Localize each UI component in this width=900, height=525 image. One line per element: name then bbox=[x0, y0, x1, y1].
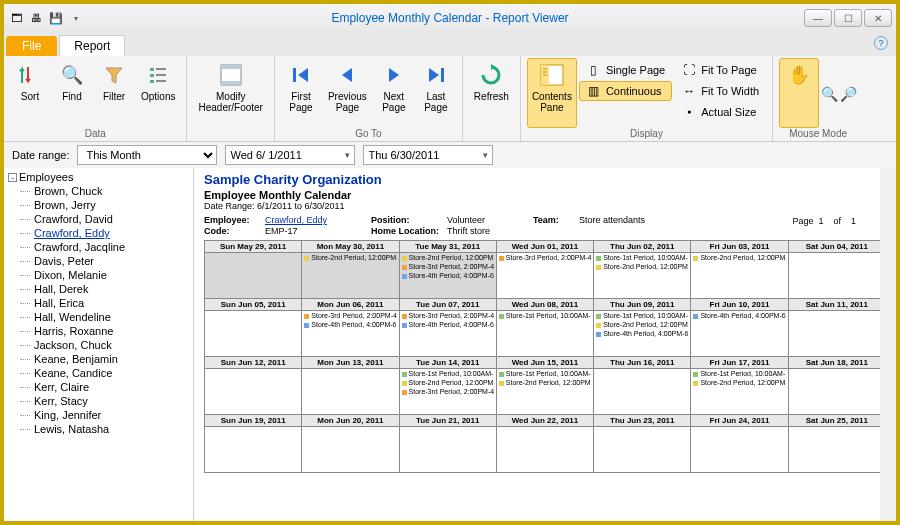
calendar-cell[interactable]: Store-1st Period, 10:00AM-12:00PM, Thrif… bbox=[496, 311, 593, 357]
tree-item[interactable]: Hall, Erica bbox=[6, 296, 191, 310]
tree-item[interactable]: Crawford, Eddy bbox=[6, 226, 191, 240]
print-icon[interactable]: 🖶 bbox=[28, 10, 44, 26]
tree-item[interactable]: Hall, Derek bbox=[6, 282, 191, 296]
calendar-cell[interactable]: Store-1st Period, 10:00AM-12:00PM, Thrif… bbox=[691, 369, 788, 415]
fit-page-icon: ⛶ bbox=[681, 62, 697, 78]
tree-item[interactable]: Brown, Chuck bbox=[6, 184, 191, 198]
calendar-cell[interactable] bbox=[788, 253, 885, 299]
calendar-cell[interactable]: Store-3rd Period, 2:00PM-4:00PM, Thrift … bbox=[302, 311, 399, 357]
find-button[interactable]: 🔍Find bbox=[52, 58, 92, 128]
calendar-cell[interactable] bbox=[205, 311, 302, 357]
group-refresh: Refresh bbox=[463, 56, 521, 141]
find-icon: 🔍 bbox=[58, 61, 86, 89]
svg-rect-10 bbox=[441, 68, 444, 82]
tree-item[interactable]: Kerr, Claire bbox=[6, 380, 191, 394]
refresh-button[interactable]: Refresh bbox=[469, 58, 514, 128]
save-icon[interactable]: 💾 bbox=[48, 10, 64, 26]
chevron-down-icon[interactable]: ▾ bbox=[483, 150, 488, 160]
zoom-out-icon[interactable]: 🔎 bbox=[840, 86, 857, 102]
calendar-cell[interactable] bbox=[205, 253, 302, 299]
calendar-cell[interactable] bbox=[594, 369, 691, 415]
calendar-cell[interactable]: Store-1st Period, 10:00AM-12:00PM, Thrif… bbox=[594, 311, 691, 357]
calendar-cell[interactable] bbox=[205, 369, 302, 415]
vertical-scrollbar[interactable] bbox=[880, 168, 896, 521]
tree-item[interactable]: Hall, Wendeline bbox=[6, 310, 191, 324]
calendar-cell[interactable] bbox=[788, 311, 885, 357]
next-page-button[interactable]: Next Page bbox=[374, 58, 414, 128]
calendar-cell[interactable] bbox=[788, 427, 885, 473]
tree-item[interactable]: Crawford, David bbox=[6, 212, 191, 226]
calendar-day-header: Thu Jun 02, 2011 bbox=[594, 241, 691, 253]
modify-header-footer-button[interactable]: Modify Header/Footer bbox=[193, 58, 267, 128]
calendar-cell[interactable]: Store-1st Period, 10:00AM-12:00PM, Thrif… bbox=[399, 369, 496, 415]
calendar-cell[interactable] bbox=[691, 427, 788, 473]
tree-item[interactable]: Kerr, Stacy bbox=[6, 394, 191, 408]
tree-item[interactable]: Keane, Candice bbox=[6, 366, 191, 380]
tree-item[interactable]: King, Jennifer bbox=[6, 408, 191, 422]
fit-to-width-button[interactable]: ↔Fit To Width bbox=[674, 81, 766, 101]
calendar-cell[interactable]: Store-4th Period, 4:00PM-6:00PM, Thrift … bbox=[691, 311, 788, 357]
first-page-button[interactable]: First Page bbox=[281, 58, 321, 128]
calendar-cell[interactable]: Store-3rd Period, 2:00PM-4:00PM, Thrift … bbox=[496, 253, 593, 299]
calendar-cell[interactable] bbox=[496, 427, 593, 473]
zoom-in-icon[interactable]: 🔍 bbox=[821, 86, 838, 102]
actual-size-button[interactable]: ⦁Actual Size bbox=[674, 102, 766, 122]
fit-to-page-button[interactable]: ⛶Fit To Page bbox=[674, 60, 766, 80]
calendar-cell[interactable]: Store-3rd Period, 2:00PM-4:00PM, Thrift … bbox=[399, 311, 496, 357]
calendar-cell[interactable] bbox=[302, 369, 399, 415]
ribbon: Sort 🔍Find Filter Options Data Modify He… bbox=[4, 56, 896, 142]
minimize-button[interactable]: — bbox=[804, 9, 832, 27]
tree-item[interactable]: Harris, Roxanne bbox=[6, 324, 191, 338]
last-page-button[interactable]: Last Page bbox=[416, 58, 456, 128]
calendar-cell[interactable]: Store-1st Period, 10:00AM-12:00PM, Thrif… bbox=[594, 253, 691, 299]
calendar-cell[interactable]: Store-2nd Period, 12:00PM-2:00PM, Thrift… bbox=[399, 253, 496, 299]
contents-pane-button[interactable]: Contents Pane bbox=[527, 58, 577, 128]
window-title: Employee Monthly Calendar - Report Viewe… bbox=[4, 11, 896, 25]
tree-item[interactable]: Dixon, Melanie bbox=[6, 268, 191, 282]
tree-item[interactable]: Keane, Benjamin bbox=[6, 352, 191, 366]
tree-item[interactable]: Lewis, Natasha bbox=[6, 422, 191, 436]
calendar-cell[interactable]: Store-1st Period, 10:00AM-12:00PM, Thrif… bbox=[496, 369, 593, 415]
qat-dropdown-icon[interactable]: ▾ bbox=[68, 10, 84, 26]
app-icon[interactable]: 🗔 bbox=[8, 10, 24, 26]
tab-report[interactable]: Report bbox=[59, 35, 125, 56]
chevron-down-icon[interactable]: ▾ bbox=[345, 150, 350, 160]
options-button[interactable]: Options bbox=[136, 58, 180, 128]
calendar-cell[interactable]: Store-2nd Period, 12:00PM-2:00PM, Thrift… bbox=[691, 253, 788, 299]
calendar-day-header: Thu Jun 23, 2011 bbox=[594, 415, 691, 427]
sort-button[interactable]: Sort bbox=[10, 58, 50, 128]
calendar-day-header: Sat Jun 04, 2011 bbox=[788, 241, 885, 253]
date-from-input[interactable]: Wed 6/ 1/2011▾ bbox=[225, 145, 355, 165]
maximize-button[interactable]: ☐ bbox=[834, 9, 862, 27]
continuous-icon: ▥ bbox=[586, 83, 602, 99]
employee-link[interactable]: Crawford, Eddy bbox=[265, 215, 365, 225]
calendar-day-header: Sun May 29, 2011 bbox=[205, 241, 302, 253]
tree-root-employees[interactable]: -Employees bbox=[6, 170, 191, 184]
calendar-cell[interactable] bbox=[594, 427, 691, 473]
calendar-cell[interactable]: Store-2nd Period, 12:00PM-2:00PM, Thrift… bbox=[302, 253, 399, 299]
help-icon[interactable]: ? bbox=[874, 36, 888, 50]
single-page-button[interactable]: ▯Single Page bbox=[579, 60, 672, 80]
calendar-cell[interactable] bbox=[399, 427, 496, 473]
filter-button[interactable]: Filter bbox=[94, 58, 134, 128]
calendar-cell[interactable] bbox=[788, 369, 885, 415]
close-button[interactable]: ✕ bbox=[864, 9, 892, 27]
collapse-icon[interactable]: - bbox=[8, 173, 17, 182]
calendar-cell[interactable] bbox=[205, 427, 302, 473]
date-to-input[interactable]: Thu 6/30/2011▾ bbox=[363, 145, 493, 165]
window-controls: — ☐ ✕ bbox=[804, 9, 892, 27]
previous-page-button[interactable]: Previous Page bbox=[323, 58, 372, 128]
calendar-cell[interactable] bbox=[302, 427, 399, 473]
continuous-button[interactable]: ▥Continuous bbox=[579, 81, 672, 101]
tree-item[interactable]: Jackson, Chuck bbox=[6, 338, 191, 352]
tree-item[interactable]: Crawford, Jacqline bbox=[6, 240, 191, 254]
options-icon bbox=[144, 61, 172, 89]
employees-tree[interactable]: -Employees Brown, ChuckBrown, JerryCrawf… bbox=[4, 168, 194, 521]
report-viewer[interactable]: Sample Charity Organization Employee Mon… bbox=[194, 168, 896, 521]
tree-item[interactable]: Davis, Peter bbox=[6, 254, 191, 268]
hand-mode-button[interactable]: ✋ bbox=[779, 58, 819, 128]
svg-rect-4 bbox=[150, 80, 154, 83]
tab-file[interactable]: File bbox=[6, 36, 57, 56]
date-preset-select[interactable]: This Month bbox=[77, 145, 217, 165]
tree-item[interactable]: Brown, Jerry bbox=[6, 198, 191, 212]
